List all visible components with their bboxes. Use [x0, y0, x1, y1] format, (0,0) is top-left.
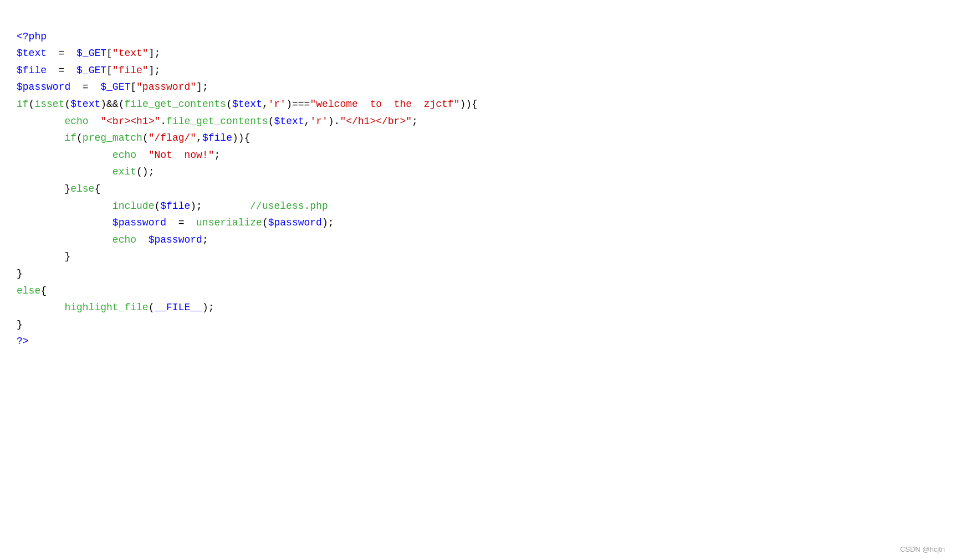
var-password: $password: [17, 81, 70, 93]
get-password: $_GET: [100, 81, 130, 93]
watermark: CSDN @hcjtn: [900, 545, 945, 553]
else-statement: else: [17, 285, 40, 296]
var-file: $file: [17, 65, 47, 76]
php-close-tag: ?>: [17, 336, 29, 347]
if-statement: if: [17, 99, 29, 110]
code-display: <?php $text = $_GET["text"]; $file = $_G…: [17, 11, 939, 350]
var-text: $text: [17, 48, 47, 59]
get-text: $_GET: [76, 48, 106, 59]
php-open-tag: <?php: [17, 31, 47, 42]
get-file: $_GET: [76, 65, 106, 76]
